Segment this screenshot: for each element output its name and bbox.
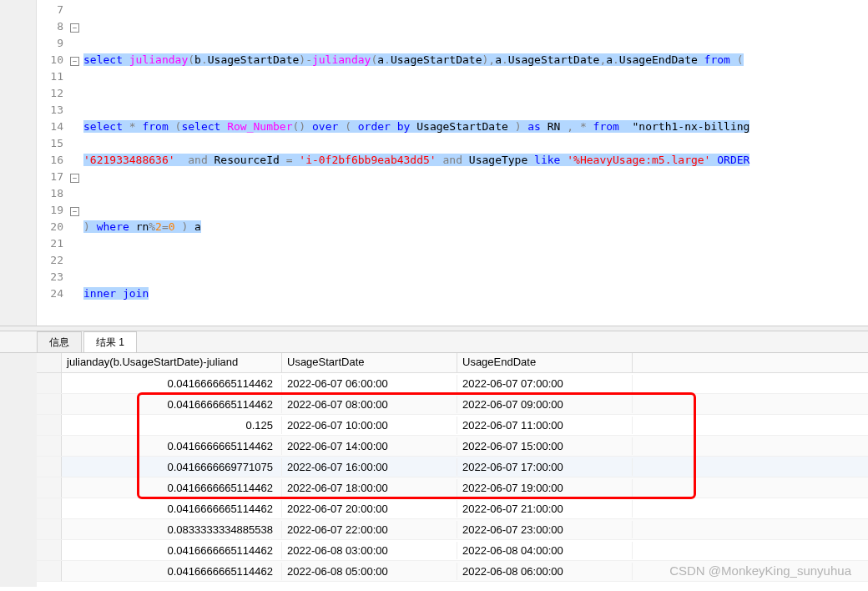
code-text[interactable]: select julianday(b.UsageStartDate)-julia… (83, 0, 868, 326)
fold-toggle-icon[interactable]: − (70, 174, 79, 183)
table-row[interactable]: 0.04166666651144622022-06-07 20:00:00202… (37, 498, 868, 519)
row-handle[interactable] (37, 415, 62, 435)
cell-julianday[interactable]: 0.0416666665114462 (62, 396, 282, 413)
cell-start[interactable]: 2022-06-07 06:00:00 (282, 375, 457, 392)
row-handle[interactable] (37, 394, 62, 414)
row-handle[interactable] (37, 457, 62, 477)
table-row[interactable]: 0.04166666651144622022-06-07 18:00:00202… (37, 477, 868, 498)
cell-julianday[interactable]: 0.0416666665114462 (62, 375, 282, 392)
cell-end[interactable]: 2022-06-07 21:00:00 (457, 500, 633, 518)
cell-start[interactable]: 2022-06-08 05:00:00 (282, 563, 457, 580)
cell-start[interactable]: 2022-06-07 18:00:00 (282, 479, 457, 497)
fold-toggle-icon[interactable]: − (70, 207, 79, 216)
cell-julianday[interactable]: 0.0416666665114462 (62, 542, 282, 559)
cell-start[interactable]: 2022-06-07 20:00:00 (282, 500, 457, 518)
row-handle[interactable] (37, 561, 62, 581)
row-handle[interactable] (37, 540, 62, 560)
cell-julianday[interactable]: 0.0416666665114462 (62, 563, 282, 580)
row-handle[interactable] (37, 436, 62, 456)
cell-julianday[interactable]: 0.125 (62, 417, 282, 434)
fold-toggle-icon[interactable]: − (70, 23, 79, 33)
table-row[interactable]: 0.04166666651144622022-06-08 03:00:00202… (37, 540, 868, 561)
cell-start[interactable]: 2022-06-07 08:00:00 (282, 396, 457, 413)
cell-julianday[interactable]: 0.0416666665114462 (62, 437, 282, 455)
cell-end[interactable]: 2022-06-07 15:00:00 (457, 437, 633, 455)
table-row[interactable]: 0.04166666651144622022-06-08 05:00:00202… (37, 561, 868, 582)
column-header[interactable]: UsageEndDate (457, 353, 633, 372)
table-row[interactable]: 0.04166666651144622022-06-07 06:00:00202… (37, 373, 868, 394)
tab-result-1[interactable]: 结果 1 (83, 331, 137, 352)
row-handle[interactable] (37, 519, 62, 539)
cell-end[interactable]: 2022-06-07 23:00:00 (457, 521, 633, 538)
row-handle[interactable] (37, 477, 62, 498)
code-editor[interactable]: 789101112131415161718192021222324 − − − … (37, 0, 868, 326)
grid-header: julianday(b.UsageStartDate)-juliand Usag… (37, 353, 868, 373)
fold-toggle-icon[interactable]: − (70, 57, 79, 66)
cell-julianday[interactable]: 0.0416666665114462 (62, 500, 282, 518)
table-row[interactable]: 0.04166666651144622022-06-07 14:00:00202… (37, 436, 868, 457)
cell-start[interactable]: 2022-06-07 22:00:00 (282, 521, 457, 538)
table-row[interactable]: 0.1252022-06-07 10:00:002022-06-07 11:00… (37, 415, 868, 436)
cell-end[interactable]: 2022-06-08 06:00:00 (457, 563, 633, 580)
cell-julianday[interactable]: 0.0833333334885538 (62, 521, 282, 538)
cell-end[interactable]: 2022-06-07 17:00:00 (457, 458, 633, 476)
table-row[interactable]: 0.04166666651144622022-06-07 08:00:00202… (37, 394, 868, 415)
table-row[interactable]: 0.08333333348855382022-06-07 22:00:00202… (37, 519, 868, 540)
tab-info[interactable]: 信息 (37, 331, 82, 352)
splitter[interactable] (0, 326, 868, 331)
cell-end[interactable]: 2022-06-07 19:00:00 (457, 479, 633, 497)
cell-julianday[interactable]: 0.0416666669771075 (62, 458, 282, 476)
column-header[interactable]: julianday(b.UsageStartDate)-juliand (62, 353, 282, 372)
cell-start[interactable]: 2022-06-08 03:00:00 (282, 542, 457, 559)
cell-start[interactable]: 2022-06-07 14:00:00 (282, 437, 457, 455)
line-number-gutter: 789101112131415161718192021222324 (37, 0, 70, 326)
fold-gutter: − − − − (70, 0, 83, 326)
row-handle[interactable] (37, 373, 62, 393)
editor-left-gutter (0, 0, 37, 326)
cell-end[interactable]: 2022-06-07 11:00:00 (457, 417, 633, 434)
cell-end[interactable]: 2022-06-07 07:00:00 (457, 375, 633, 392)
results-grid[interactable]: julianday(b.UsageStartDate)-juliand Usag… (37, 353, 868, 587)
results-left-gutter (0, 353, 37, 587)
column-header[interactable]: UsageStartDate (282, 353, 457, 372)
result-tabs: 信息 结果 1 (0, 331, 868, 353)
row-handle[interactable] (37, 498, 62, 518)
cell-start[interactable]: 2022-06-07 16:00:00 (282, 458, 457, 476)
cell-end[interactable]: 2022-06-07 09:00:00 (457, 396, 633, 413)
cell-end[interactable]: 2022-06-08 04:00:00 (457, 542, 633, 559)
table-row[interactable]: 0.04166666697710752022-06-07 16:00:00202… (37, 457, 868, 477)
cell-start[interactable]: 2022-06-07 10:00:00 (282, 417, 457, 434)
cell-julianday[interactable]: 0.0416666665114462 (62, 479, 282, 497)
